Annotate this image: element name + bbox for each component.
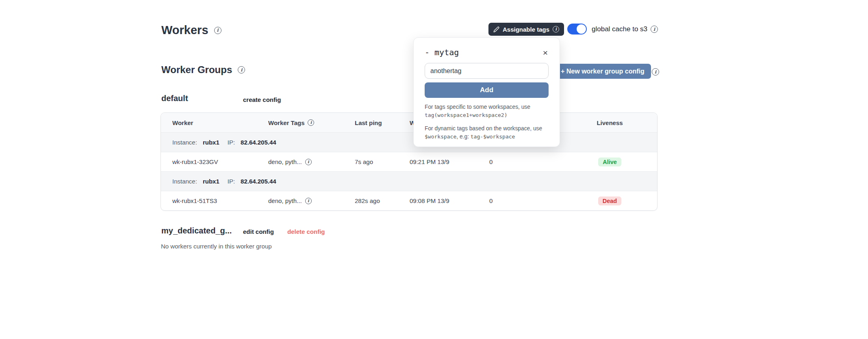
worker-groups-heading: Worker Groups i: [161, 64, 245, 76]
popover-title-row: - mytag ×: [425, 48, 549, 57]
pencil-icon: [493, 26, 499, 32]
status-badge-alive: Alive: [598, 158, 621, 166]
empty-group-message: No workers currently in this worker grou…: [161, 243, 272, 250]
worker-tags-cell: deno, pyth... i: [268, 158, 355, 165]
instance-row: Instance: rubx1 IP: 82.64.205.44: [161, 132, 657, 152]
close-icon[interactable]: ×: [542, 48, 549, 57]
popover-help-workspaces: For tags specific to some workspaces, us…: [425, 103, 549, 119]
worker-start-cell: 09:08 PM 13/9: [410, 197, 489, 204]
jobs-cell: 0: [489, 158, 562, 165]
info-icon[interactable]: i: [652, 68, 659, 76]
delete-config-button[interactable]: delete config: [287, 228, 325, 235]
popover-help-dynamic: For dynamic tags based on the workspace,…: [425, 125, 549, 141]
info-icon[interactable]: i: [238, 66, 245, 73]
instance-name: rubx1: [203, 139, 219, 146]
code-snippet: tag(workspace1+workspace2): [425, 112, 508, 118]
group-name-dedicated: my_dedicated_g...: [161, 226, 232, 235]
info-icon[interactable]: i: [651, 26, 658, 33]
instance-row: Instance: rubx1 IP: 82.64.205.44: [161, 171, 657, 191]
worker-row: wk-rubx1-51TS3 deno, pyth... i 282s ago …: [161, 191, 657, 210]
code-snippet: tag-$workspace: [471, 134, 515, 140]
info-icon[interactable]: i: [308, 119, 314, 126]
instance-ip: 82.64.205.44: [241, 139, 276, 146]
tag-item: - mytag: [425, 48, 459, 57]
info-icon[interactable]: i: [305, 159, 312, 165]
workers-table: Worker Worker Tags i Last ping Worker st…: [161, 112, 658, 211]
add-tag-button[interactable]: Add: [425, 82, 549, 98]
new-worker-group-config-button[interactable]: + New worker group config: [554, 64, 651, 79]
column-header-liveness: Liveness: [562, 119, 657, 126]
column-header-last-ping: Last ping: [355, 119, 410, 126]
global-cache-toggle[interactable]: [567, 24, 587, 35]
worker-name: wk-rubx1-323GV: [172, 158, 268, 165]
last-ping-cell: 7s ago: [355, 158, 410, 165]
last-ping-cell: 282s ago: [355, 197, 410, 204]
code-snippet: $workspace: [425, 134, 456, 140]
liveness-cell: Dead: [562, 196, 657, 205]
global-cache-label: global cache to s3: [592, 25, 647, 33]
toggle-knob: [577, 24, 586, 34]
info-icon[interactable]: i: [305, 198, 312, 204]
assignable-tags-popover: - mytag × Add For tags specific to some …: [413, 37, 560, 147]
status-badge-dead: Dead: [598, 196, 621, 205]
new-tag-input[interactable]: [425, 63, 549, 79]
info-icon: i: [553, 26, 559, 32]
info-icon[interactable]: i: [214, 27, 221, 34]
workers-page: Workers i Assignable tags i global cache…: [0, 0, 868, 339]
worker-tags-cell: deno, pyth... i: [268, 197, 355, 204]
page-title-text: Workers: [161, 24, 208, 37]
group-name-default: default: [161, 94, 188, 103]
edit-config-button[interactable]: edit config: [243, 228, 274, 235]
column-header-worker-tags: Worker Tags i: [268, 119, 355, 126]
worker-groups-heading-text: Worker Groups: [161, 64, 232, 76]
assignable-tags-label: Assignable tags: [503, 26, 549, 33]
worker-start-cell: 09:21 PM 13/9: [410, 158, 489, 165]
column-header-worker: Worker: [172, 119, 268, 126]
create-config-button[interactable]: create config: [243, 96, 281, 103]
assignable-tags-button[interactable]: Assignable tags i: [488, 23, 564, 36]
instance-name: rubx1: [203, 178, 219, 185]
jobs-cell: 0: [489, 197, 562, 204]
worker-name: wk-rubx1-51TS3: [172, 197, 268, 204]
worker-row: wk-rubx1-323GV deno, pyth... i 7s ago 09…: [161, 152, 657, 171]
instance-ip: 82.64.205.44: [241, 178, 276, 185]
page-title: Workers i: [161, 24, 221, 37]
table-header-row: Worker Worker Tags i Last ping Worker st…: [161, 113, 657, 132]
liveness-cell: Alive: [562, 158, 657, 166]
